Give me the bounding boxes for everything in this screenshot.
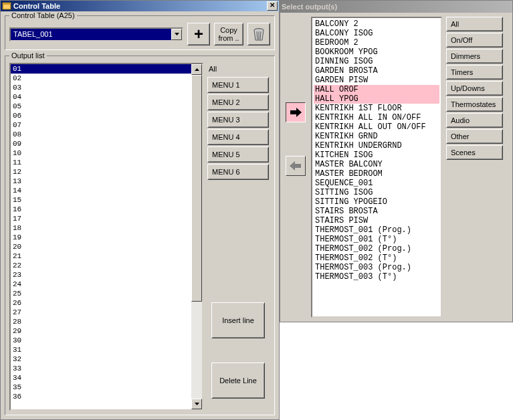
move-left-button[interactable] (286, 156, 306, 176)
output-item[interactable]: THERMOST_002 (Prog.) (314, 244, 439, 253)
list-row[interactable]: 30 (11, 336, 191, 345)
list-row[interactable]: 14 (11, 186, 191, 195)
list-row[interactable]: 07 (11, 120, 191, 130)
output-item[interactable]: THERMOST_001 (T°) (314, 235, 439, 244)
output-item[interactable]: KENTRIKH GRND (314, 132, 439, 141)
output-item[interactable]: THERMOST_002 (T°) (314, 253, 439, 263)
filter-button[interactable]: Timers (446, 65, 503, 80)
delete-line-button[interactable]: Delete Line (211, 362, 265, 399)
list-row[interactable]: 25 (11, 289, 191, 298)
list-row[interactable]: 21 (11, 251, 191, 261)
list-row[interactable]: 08 (11, 130, 191, 139)
output-item[interactable]: BEDROOM 2 (314, 38, 439, 47)
scroll-thumb[interactable] (191, 75, 202, 302)
add-button[interactable]: + (187, 23, 210, 45)
list-row[interactable]: 09 (11, 139, 191, 148)
combo-value[interactable] (11, 29, 171, 40)
list-row[interactable]: 01 (11, 64, 191, 74)
output-item[interactable]: KENTRIKH 1ST FLOOR (314, 104, 439, 113)
output-item[interactable]: THERMOST_003 (Prog.) (314, 263, 439, 272)
output-item[interactable]: DINNING ISOG (314, 57, 439, 66)
filter-button[interactable]: On/Off (446, 33, 503, 47)
filter-button[interactable]: Scenes (446, 145, 503, 160)
list-row[interactable]: 33 (11, 364, 191, 373)
output-item[interactable]: THERMOST_001 (Prog.) (314, 225, 439, 235)
list-row[interactable]: 02 (11, 74, 191, 83)
list-row[interactable]: 04 (11, 92, 191, 102)
output-list-group: Output list 0102030405060708091011121314… (5, 56, 275, 415)
output-item[interactable]: SITTING ISOG (314, 188, 439, 197)
delete-table-button[interactable] (247, 23, 270, 45)
output-item[interactable]: HALL YPOG (314, 94, 439, 104)
menu-button[interactable]: MENU 5 (207, 146, 269, 163)
list-row[interactable]: 20 (11, 242, 191, 251)
output-item[interactable]: THERMOST_003 (T°) (314, 272, 439, 282)
titlebar[interactable]: Select output(s) (280, 1, 512, 13)
scroll-down-button[interactable] (191, 399, 202, 409)
copy-from-button[interactable]: Copy from .. (214, 23, 243, 45)
list-row[interactable]: 23 (11, 270, 191, 280)
scrollbar[interactable] (191, 64, 202, 409)
table-select-combo[interactable] (9, 27, 183, 41)
output-item[interactable]: STAIRS PISW (314, 216, 439, 225)
menu-button[interactable]: MENU 1 (207, 77, 269, 93)
filter-button[interactable]: Other (446, 129, 503, 144)
list-row[interactable]: 19 (11, 233, 191, 242)
output-item[interactable]: MASTER BALCONY (314, 160, 439, 169)
list-row[interactable]: 12 (11, 167, 191, 177)
titlebar[interactable]: Control Table ✕ (1, 1, 279, 11)
scroll-track[interactable] (191, 75, 202, 399)
list-row[interactable]: 27 (11, 308, 191, 317)
filter-button[interactable]: Thermostates (446, 97, 503, 112)
list-row[interactable]: 26 (11, 298, 191, 308)
output-item[interactable]: KENTRIKH ALL IN ON/OFF (314, 113, 439, 122)
list-row[interactable]: 32 (11, 354, 191, 364)
outputs-listbox[interactable]: BALCONY 2BALCONY ISOGBEDROOM 2BOOKROOM Y… (311, 17, 442, 318)
list-row[interactable]: 15 (11, 195, 191, 205)
output-item[interactable]: GARDEN BROSTA (314, 66, 439, 76)
list-row[interactable]: 11 (11, 158, 191, 167)
list-row[interactable]: 16 (11, 205, 191, 214)
list-row[interactable]: 03 (11, 83, 191, 92)
menu-button[interactable]: MENU 3 (207, 112, 269, 128)
menu-button[interactable]: MENU 4 (207, 129, 269, 145)
output-item[interactable]: BALCONY ISOG (314, 29, 439, 38)
filter-button[interactable]: Audio (446, 113, 503, 128)
insert-line-button[interactable]: Insert line (211, 302, 265, 338)
list-row[interactable]: 34 (11, 373, 191, 383)
output-item[interactable]: KENTRIKH UNDERGRND (314, 141, 439, 150)
list-row[interactable]: 13 (11, 177, 191, 186)
output-item[interactable]: MASTER BEDROOM (314, 169, 439, 179)
list-row[interactable]: 10 (11, 148, 191, 158)
list-row[interactable]: 17 (11, 214, 191, 223)
scroll-up-button[interactable] (191, 64, 202, 75)
output-item[interactable]: BALCONY 2 (314, 19, 439, 29)
list-row[interactable]: 24 (11, 280, 191, 289)
output-item[interactable]: GARDEN PISW (314, 76, 439, 85)
list-row[interactable]: 35 (11, 383, 191, 392)
filter-button[interactable]: Up/Downs (446, 81, 503, 96)
close-button[interactable]: ✕ (267, 1, 278, 11)
menu-button[interactable]: MENU 6 (207, 164, 269, 180)
output-item[interactable]: KENTRIKH ALL OUT ON/OFF (314, 122, 439, 132)
list-row[interactable]: 29 (11, 326, 191, 336)
move-right-button[interactable] (286, 102, 306, 122)
list-row[interactable]: 28 (11, 317, 191, 326)
menu-button[interactable]: MENU 2 (207, 94, 269, 110)
output-item[interactable]: STAIRS BROSTA (314, 207, 439, 216)
output-item[interactable]: SEQUENCE_001 (314, 179, 439, 188)
filter-button[interactable]: All (446, 17, 503, 31)
output-item[interactable]: KITCHEN ISOG (314, 150, 439, 160)
output-item[interactable]: SITTING YPOGEIO (314, 197, 439, 207)
output-item[interactable]: HALL OROF (314, 85, 439, 94)
list-row[interactable]: 05 (11, 102, 191, 111)
list-row[interactable]: 31 (11, 345, 191, 354)
list-row[interactable]: 18 (11, 223, 191, 233)
output-item[interactable]: BOOKROOM YPOG (314, 47, 439, 57)
list-row[interactable]: 36 (11, 392, 191, 401)
filter-button[interactable]: Dimmers (446, 49, 503, 64)
combo-dropdown-button[interactable] (171, 29, 182, 40)
output-listbox[interactable]: 0102030405060708091011121314151617181920… (9, 63, 203, 411)
list-row[interactable]: 06 (11, 111, 191, 120)
list-row[interactable]: 22 (11, 261, 191, 270)
